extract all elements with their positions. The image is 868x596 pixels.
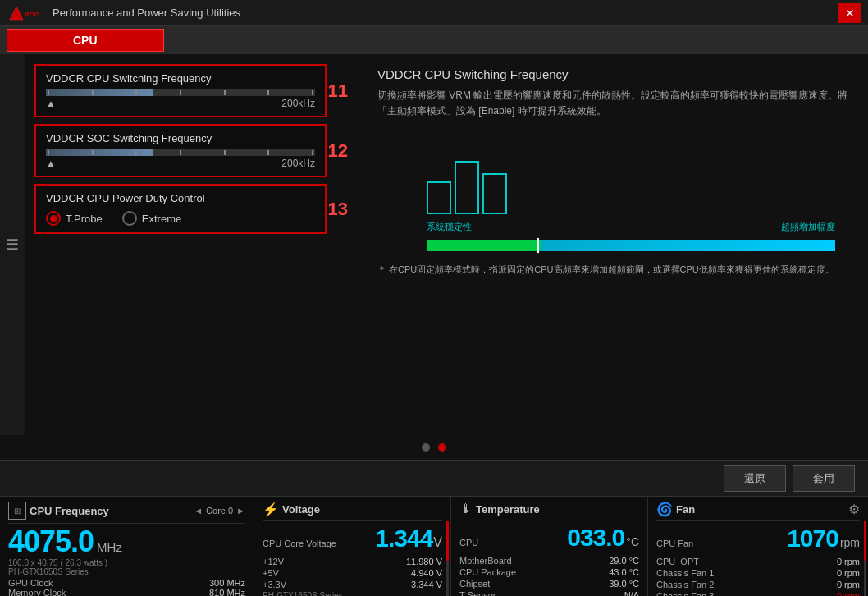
temp-icon: 🌡 [459,502,473,516]
voltage-row-33v: +3.3V3.344 V [263,579,442,590]
chart-label-stability: 系統穩定性 [427,221,472,233]
slider2-arrow: ▲ [46,158,56,169]
card1-label: VDDCR CPU Switching Frequency [46,72,315,85]
radio-extreme[interactable]: Extreme [122,211,181,226]
cpu-freq-value: 4075.0 [8,527,94,557]
cpu-core-voltage-label: CPU Core Voltage [263,539,336,548]
core-next-btn[interactable]: ► [236,506,245,516]
bottom-buttons: 還原 套用 [0,460,868,496]
voltage-icon: ⚡ [263,502,279,517]
settings-panel: VDDCR CPU Switching Frequency ▲ 200kHz [25,54,336,435]
cpu-tab-bar: CPU [0,26,868,54]
svg-text:ROG: ROG [25,11,39,18]
close-button[interactable]: ✕ [838,3,861,23]
cpu-temp-unit: °C [626,535,639,548]
gpu-clock-row: GPU Clock 300 MHz [8,576,245,588]
chart-group-1 [427,149,507,214]
gradient-bar-container [427,240,835,251]
card3-label: VDDCR CPU Power Duty Control [46,192,315,204]
core-prev-btn[interactable]: ◄ [194,506,203,516]
temp-row-pkg: CPU Package43.0 °C [459,566,639,578]
radio-tprobe-label: T.Probe [66,213,103,225]
scrollbar-fan[interactable] [864,521,866,596]
card-power-duty: VDDCR CPU Power Duty Control T.Probe Ext… [34,184,327,234]
core-label: Core 0 [206,506,233,516]
footnote: ＊ 在CPU固定頻率模式時，指派固定的CPU高頻率來增加超頻範圍，或選擇CPU低… [377,263,852,277]
info-description: 切換頻率將影響 VRM 輸出電壓的響應速度和元件的散熱性。設定較高的頻率可獲得較… [377,88,852,119]
info-title: VDDCR CPU Switching Frequency [377,67,852,81]
cpu-fan-label: CPU Fan [656,539,693,548]
statusbar: ⊞ CPU Frequency ◄ Core 0 ► 4075.0 MHz 10… [0,496,868,596]
sidebar-toggle[interactable]: ☰ [0,54,25,435]
fan-gear-button[interactable]: ⚙ [848,502,860,517]
slider1-arrow: ▲ [46,98,56,109]
cpu-freq-info2: PH-GTX1650S Series [8,567,245,576]
tab-cpu[interactable]: CPU [7,29,164,52]
fan-icon: 🌀 [656,502,673,517]
dot-1[interactable] [422,443,430,452]
pagination [0,435,868,460]
fan-row-chassis3: Chassis Fan 30 rpm [656,590,860,596]
slider-track-2[interactable] [46,149,315,156]
fan-row-chassis1: Chassis Fan 10 rpm [656,567,860,579]
fan-section: 🌀 Fan ⚙ CPU Fan 1070 rpm CPU_OPT0 rpm Ch… [648,497,868,596]
temp-row-mb: MotherBoard29.0 °C [459,555,639,566]
voltage-row-12v: +12V11.980 V [263,556,442,567]
voltage-title: Voltage [282,503,320,516]
rog-logo: ROG [7,3,46,23]
temperature-section: 🌡 Temperature CPU 033.0 °C MotherBoard29… [451,497,648,596]
fan-title: Fan [676,503,845,516]
info-panel: VDDCR CPU Switching Frequency 切換頻率將影響 VR… [361,54,868,435]
svg-marker-0 [10,7,23,20]
main-area: ☰ VDDCR CPU Switching Frequency [0,54,868,435]
temp-row-chipset: Chipset39.0 °C [459,578,639,589]
card2-number: 12 [328,140,348,162]
titlebar: ROG Performance and Power Saving Utiliti… [0,0,868,26]
temp-row-tsensor: T SensorN/A [459,589,639,596]
card3-number: 13 [328,199,348,220]
cpu-fan-unit: rpm [840,536,860,549]
cpu-core-voltage-value: 1.344 [375,525,432,552]
temp-title: Temperature [476,503,540,516]
fan-row-opt: CPU_OPT0 rpm [656,556,860,567]
apply-button[interactable]: 還原 [724,465,786,492]
fan-row-chassis2: Chassis Fan 20 rpm [656,579,860,590]
memory-clock-row: Memory Clock 810 MHz [8,588,245,596]
ok-button[interactable]: 套用 [793,465,855,492]
cpu-freq-icon: ⊞ [8,502,26,520]
voltage-section: ⚡ Voltage CPU Core Voltage 1.344 V +12V1… [254,497,451,596]
slider2-value: 200kHz [281,158,315,169]
cpu-freq-info1: 100.0 x 40.75 ( 26.3 watts ) [8,558,245,567]
card1-number: 11 [328,80,348,102]
window-title: Performance and Power Saving Utilities [53,7,838,19]
scrollbar-voltage[interactable] [446,521,449,596]
cpu-temp-value: 033.0 [567,524,624,552]
radio-extreme-label: Extreme [142,213,181,225]
chart-label-oc: 超頻增加幅度 [781,221,835,233]
chart-area [427,132,835,214]
hamburger-icon: ☰ [6,236,19,254]
cpu-freq-unit: MHz [97,540,122,554]
card-vddcr-cpu-freq: VDDCR CPU Switching Frequency ▲ 200kHz [34,64,327,117]
voltage-row-5v: +5V4.940 V [263,567,442,579]
cpu-temp-label: CPU [459,538,478,548]
card2-label: VDDCR SOC Switching Frequency [46,132,315,144]
voltage-row-gpu: PH-GTX1650S Series [263,590,442,596]
slider-track-1[interactable] [46,89,315,96]
radio-tprobe[interactable]: T.Probe [46,211,103,226]
dot-2[interactable] [438,443,446,452]
card-vddcr-soc-freq: VDDCR SOC Switching Frequency ▲ 200kHz 1… [34,124,327,177]
slider1-value: 200kHz [281,98,315,109]
cpu-freq-title: CPU Frequency [30,505,190,517]
cpu-freq-section: ⊞ CPU Frequency ◄ Core 0 ► 4075.0 MHz 10… [0,497,254,596]
cpu-core-voltage-unit: V [433,535,442,550]
cpu-fan-value: 1070 [787,525,838,552]
